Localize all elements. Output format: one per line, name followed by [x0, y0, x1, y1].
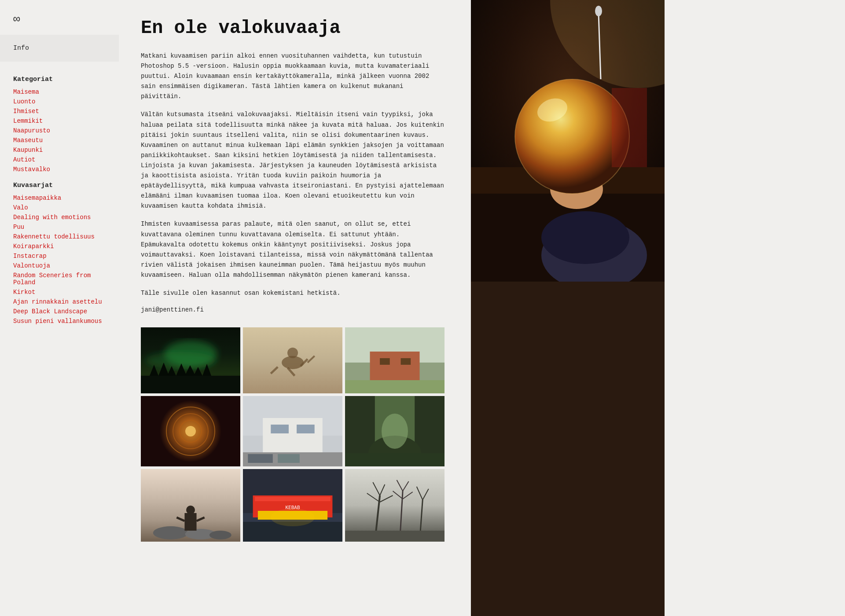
photo-spiral[interactable]: [141, 396, 240, 466]
sidebar-item-koiraparkki[interactable]: Koiraparkki: [13, 243, 106, 250]
photo-person-rocks[interactable]: [141, 469, 240, 542]
forest-image: [345, 396, 445, 466]
photo-forest-cave[interactable]: [345, 396, 445, 466]
svg-rect-94: [612, 88, 647, 167]
svg-rect-58: [255, 497, 331, 501]
svg-point-45: [382, 414, 408, 449]
barn-image: [345, 327, 445, 393]
svg-rect-38: [248, 454, 273, 463]
trees-image: [345, 469, 445, 542]
paragraph-4: Tälle sivulle olen kasannut osan kokemis…: [141, 288, 445, 298]
photo-kebab-shop[interactable]: KEBAB: [243, 469, 342, 542]
svg-rect-22: [380, 358, 390, 365]
sidebar-item-valontuoja[interactable]: Valontuoja: [13, 262, 106, 269]
sidebar-item-kirkot[interactable]: Kirkot: [13, 289, 106, 296]
photo-aurora[interactable]: [141, 327, 240, 393]
svg-rect-35: [271, 425, 289, 433]
svg-rect-33: [263, 418, 323, 453]
spiral-image: [141, 396, 240, 466]
house-image: [243, 396, 342, 466]
kebab-image: KEBAB: [243, 469, 342, 542]
sidebar-item-lemmikit[interactable]: Lemmikit: [13, 117, 106, 125]
svg-point-52: [186, 506, 195, 514]
svg-point-30: [185, 426, 196, 436]
page-title: En ole valokuvaaja: [141, 18, 445, 39]
svg-rect-46: [345, 453, 445, 466]
svg-point-93: [595, 6, 602, 16]
svg-rect-51: [184, 513, 196, 531]
kuvasarjat-section: Kuvasarjat Maisemapaikka Valo Dealing wi…: [13, 182, 106, 325]
kategoriat-section: Kategoriat Maisema Luonto Ihmiset Lemmik…: [13, 76, 106, 173]
sidebar-item-kaupunki[interactable]: Kaupunki: [13, 147, 106, 154]
sidebar-item-ihmiset[interactable]: Ihmiset: [13, 108, 106, 115]
main-content: En ole valokuvaaja Matkani kuvaamisen pa…: [119, 0, 471, 616]
kuvasarjat-title: Kuvasarjat: [13, 182, 106, 189]
sidebar-item-mustavalko[interactable]: Mustavalko: [13, 166, 106, 173]
hero-image-panel: [471, 0, 665, 616]
sidebar-item-deep-black-landscape[interactable]: Deep Black Landscape: [13, 308, 106, 315]
sidebar-item-puu[interactable]: Puu: [13, 224, 106, 231]
paragraph-2: Vältän kutsumasta itseäni valokuvaajaksi…: [141, 110, 445, 211]
svg-point-50: [209, 531, 231, 539]
svg-rect-20: [370, 352, 420, 382]
sidebar-item-maaseutu[interactable]: Maaseutu: [13, 137, 106, 144]
sidebar-item-rakennettu-todellisuus[interactable]: Rakennettu todellisuus: [13, 233, 106, 240]
photo-barn[interactable]: [345, 327, 445, 393]
svg-point-83: [541, 211, 629, 264]
photo-grid: KEBAB: [141, 327, 445, 542]
photo-winter-trees[interactable]: [345, 469, 445, 542]
svg-point-62: [271, 509, 315, 526]
info-nav-item[interactable]: Info: [0, 35, 119, 62]
sidebar-item-valo[interactable]: Valo: [13, 204, 106, 211]
sidebar-item-dealing-with-emotions[interactable]: Dealing with emotions: [13, 214, 106, 221]
sidebar-item-random-sceneries-from-poland[interactable]: Random Sceneries from Poland: [13, 272, 106, 286]
svg-rect-3: [141, 376, 240, 393]
sidebar-content: Kategoriat Maisema Luonto Ihmiset Lemmik…: [0, 62, 119, 344]
svg-rect-77: [345, 531, 445, 542]
dog-image: [243, 327, 342, 393]
svg-rect-36: [297, 425, 315, 433]
sidebar-item-naapurusto[interactable]: Naapurusto: [13, 127, 106, 134]
kategoriat-title: Kategoriat: [13, 76, 106, 83]
hero-svg: [471, 0, 665, 282]
aurora-image: [141, 327, 240, 393]
svg-rect-23: [401, 358, 411, 365]
sidebar: ∞ Info Kategoriat Maisema Luonto Ihmiset…: [0, 0, 119, 616]
sidebar-item-susun-pieni-vallankumous[interactable]: Susun pieni vallankumous: [13, 318, 106, 325]
sidebar-item-maisemapaikka[interactable]: Maisemapaikka: [13, 194, 106, 202]
sidebar-item-autiot[interactable]: Autiot: [13, 156, 106, 163]
photo-dog[interactable]: [243, 327, 342, 393]
svg-point-48: [153, 526, 188, 539]
paragraph-3: Ihmisten kuvaamisessa paras palaute, mit…: [141, 219, 445, 280]
sidebar-item-luonto[interactable]: Luonto: [13, 98, 106, 105]
sidebar-item-instacrap[interactable]: Instacrap: [13, 253, 106, 260]
photo-house[interactable]: [243, 396, 342, 466]
person-image: [141, 469, 240, 542]
svg-rect-39: [278, 454, 300, 463]
paragraph-1: Matkani kuvaamisen pariin alkoi ennen vu…: [141, 51, 445, 102]
sidebar-item-maisema[interactable]: Maisema: [13, 88, 106, 95]
logo[interactable]: ∞: [0, 0, 119, 35]
svg-point-13: [287, 348, 298, 358]
email-address[interactable]: jani@penttinen.fi: [141, 306, 445, 313]
svg-rect-24: [345, 380, 445, 393]
sidebar-item-ajan-rinnakkain-asettelu[interactable]: Ajan rinnakkain asettelu: [13, 298, 106, 305]
